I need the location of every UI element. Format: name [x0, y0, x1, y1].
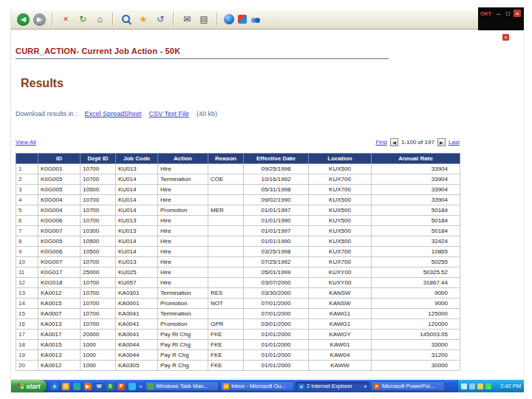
show-desktop-icon[interactable] — [73, 383, 81, 390]
csv-download-link[interactable]: CSV Text File — [149, 110, 189, 117]
excel-download-link[interactable]: Excel SpreadSheet — [85, 110, 142, 117]
excel-icon[interactable]: X — [106, 383, 114, 390]
search-icon[interactable] — [120, 13, 133, 26]
column-header-job-code[interactable]: Job Code — [116, 154, 158, 164]
history-icon[interactable]: ↺ — [154, 13, 167, 26]
cell-rate: 31200 — [372, 350, 460, 361]
powerpoint-icon[interactable]: P — [117, 383, 125, 390]
stop-icon[interactable]: × — [59, 13, 72, 26]
cell-id: K0G004 — [38, 205, 81, 216]
quick-launch-overflow-chevron[interactable]: » — [139, 383, 143, 390]
prev-page-button[interactable]: ◀ — [390, 138, 398, 146]
msn-icon[interactable] — [129, 383, 136, 390]
volume-icon[interactable] — [461, 383, 467, 389]
cell-reason: FKE — [208, 340, 244, 350]
table-row: 17KA001720000KA0041Pay Rt ChgFKE01/01/20… — [16, 330, 460, 340]
cell-reason: FKE — [208, 350, 244, 361]
minimize-button[interactable]: – — [495, 10, 502, 17]
messenger-icon[interactable] — [238, 15, 247, 24]
browser-toolbar: ◀▶×↻⌂★↺✉▤ — [11, 10, 524, 30]
cell-loc: KUX700 — [309, 174, 372, 185]
cell-reason: COE — [208, 174, 244, 185]
table-row: 14KA001510700KA0001PromotionNOT07/01/200… — [16, 299, 460, 309]
cell-job: KA0041 — [116, 330, 158, 340]
cell-loc: KAWG1 — [309, 309, 372, 319]
cell-job: KU013 — [116, 226, 158, 236]
favorites-icon[interactable]: ★ — [137, 13, 150, 26]
start-label: start — [26, 383, 41, 390]
view-all-link[interactable]: View All — [16, 139, 36, 146]
download-row: Download results in : Excel SpreadSheet … — [16, 110, 523, 117]
row-number: 10 — [16, 257, 38, 267]
column-header-dept-id[interactable]: Dept ID — [81, 154, 116, 164]
red-close-icon[interactable]: × — [502, 34, 509, 41]
cell-id: KA0015 — [38, 299, 81, 309]
table-row: 1K0G00110700KU013Hire09/25/1998KUX500339… — [16, 164, 460, 174]
word-icon[interactable]: W — [95, 383, 103, 390]
cell-id: K0G004 — [38, 195, 81, 205]
column-header-location[interactable]: Location — [309, 154, 372, 164]
mail-icon[interactable]: ✉ — [180, 13, 194, 26]
last-page-link[interactable]: Last — [449, 139, 460, 146]
table-row: 4K0G00410700KU014Hire09/02/1990KUX500339… — [16, 195, 460, 205]
table-row: 7K0G00710300KU013Hire01/01/1997KUX500501… — [16, 226, 460, 236]
table-row: 20KA00121000KA0305Pay R ChgFKE01/01/2000… — [16, 361, 460, 371]
outlook-icon[interactable]: O — [62, 383, 69, 390]
close-button[interactable]: × — [514, 10, 521, 17]
network-icon[interactable] — [469, 383, 475, 389]
quick-launch-bar: eO▶WXP — [47, 383, 139, 390]
forward-button[interactable]: ▶ — [33, 13, 46, 26]
start-button[interactable]: start — [11, 380, 47, 392]
messenger-tray-icon[interactable] — [485, 383, 491, 389]
first-page-link[interactable]: First — [375, 139, 387, 146]
table-row: 19KA00131000KA0044Pay R ChgFKE01/01/2000… — [16, 350, 460, 361]
row-number: 3 — [16, 185, 38, 195]
cell-job: KA0301 — [116, 288, 158, 299]
row-number: 13 — [16, 288, 38, 299]
cell-action: Promotion — [158, 205, 208, 216]
cell-job: KA0001 — [116, 299, 158, 309]
windows-flag-icon — [17, 383, 24, 389]
cell-id: KA0013 — [38, 319, 81, 330]
back-button[interactable]: ◀ — [17, 13, 30, 26]
cell-action: Hire — [158, 247, 208, 257]
cell-action: Promotion — [158, 299, 208, 309]
media-player-icon[interactable]: ▶ — [84, 383, 92, 390]
print-icon[interactable]: ▤ — [197, 13, 211, 26]
cell-date: 01/01/2000 — [244, 340, 309, 350]
powerpoint-icon: P — [374, 383, 380, 389]
cell-rate: 33904 — [372, 195, 460, 205]
cell-date: 01/01/1997 — [244, 205, 309, 216]
cell-date: 03/07/2000 — [244, 278, 309, 288]
restore-button[interactable]: □ — [505, 10, 512, 17]
group-dropdown-icon[interactable]: ▾ — [364, 383, 366, 389]
taskbar-button-microsoft-powerpoi[interactable]: PMicrosoft PowerPoi... — [371, 381, 445, 391]
column-header-reason[interactable]: Reason — [208, 154, 244, 164]
taskbar-button-windows-task-man[interactable]: Windows Task Man... — [145, 381, 219, 391]
people-icon[interactable] — [250, 14, 262, 24]
row-number: 5 — [16, 205, 38, 216]
cell-reason — [208, 247, 244, 257]
column-header-id[interactable]: ID — [38, 154, 81, 164]
cell-job: KA0041 — [116, 309, 158, 319]
cell-reason — [208, 216, 244, 226]
column-header-action[interactable]: Action — [158, 154, 208, 164]
taskbar-button-inbox-microsoft-ou[interactable]: ✉Inbox - Microsoft Ou... — [220, 381, 294, 391]
home-icon[interactable]: ⌂ — [93, 13, 106, 26]
row-number: 1 — [16, 164, 38, 174]
cell-loc: KUX500 — [309, 164, 372, 174]
internet-explorer-icon[interactable]: e — [51, 383, 58, 390]
refresh-icon[interactable]: ↻ — [76, 13, 89, 26]
cell-rate: 125000 — [372, 309, 460, 319]
antivirus-icon[interactable] — [477, 383, 483, 389]
clock: 2:42 PM — [500, 383, 521, 389]
column-header-annual-rate[interactable]: Annual Rate — [372, 154, 460, 164]
taskbar-button-2-internet-explorer[interactable]: e2 Internet Explorer▾ — [296, 381, 369, 391]
column-header-effective-date[interactable]: Effective Date — [244, 154, 309, 164]
cell-date: 03/25/1998 — [244, 247, 309, 257]
globe-app-icon[interactable] — [224, 14, 234, 24]
cell-loc: KUX500 — [309, 236, 372, 247]
cell-id: KA0015 — [38, 340, 81, 350]
cell-id: K0G006 — [38, 216, 81, 226]
next-page-button[interactable]: ▶ — [437, 138, 446, 146]
